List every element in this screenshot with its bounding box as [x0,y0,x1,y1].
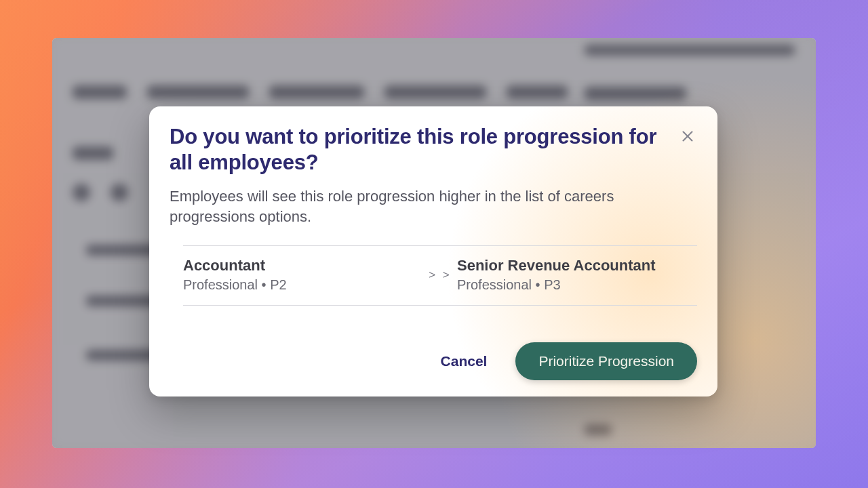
from-role-subtitle: Professional • P2 [183,277,423,293]
close-icon [680,129,695,144]
modal-title: Do you want to prioritize this role prog… [170,124,663,176]
modal-footer: Cancel Prioritize Progression [435,342,697,380]
close-button[interactable] [674,123,701,150]
progression-from-role: Accountant Professional • P2 [183,257,423,293]
prioritize-progression-modal: Do you want to prioritize this role prog… [149,106,717,396]
cancel-button[interactable]: Cancel [435,346,493,376]
modal-description: Employees will see this role progression… [170,186,670,228]
prioritize-progression-button[interactable]: Prioritize Progression [515,342,697,380]
progression-to-role: Senior Revenue Accountant Professional •… [457,257,697,293]
progression-arrow-icon: > > [423,268,457,282]
to-role-title: Senior Revenue Accountant [457,257,697,274]
from-role-title: Accountant [183,257,423,274]
progression-row: Accountant Professional • P2 > > Senior … [183,245,697,306]
to-role-subtitle: Professional • P3 [457,277,697,293]
